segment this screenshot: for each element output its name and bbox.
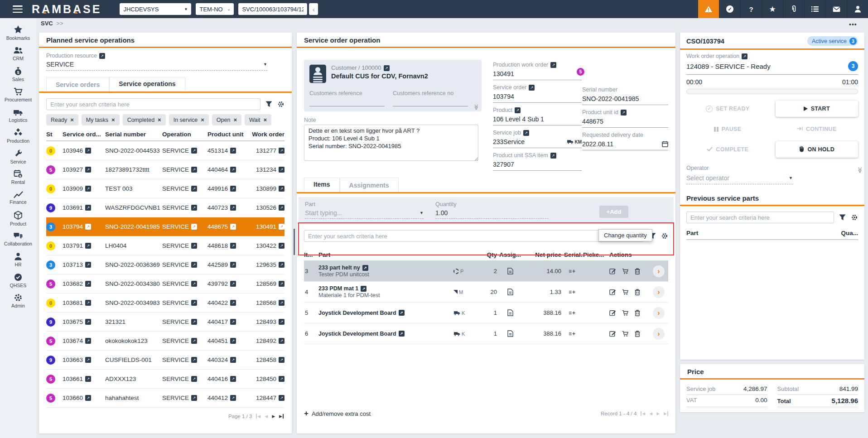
prev-page-icon[interactable]: ◀ [649, 411, 652, 416]
serial-add-icon[interactable]: ≡+ [569, 331, 576, 337]
more-menu-icon[interactable]: ••• [849, 21, 857, 28]
open-link-icon[interactable]: ↗ [191, 167, 197, 173]
last-page-icon[interactable]: ▶ [664, 411, 668, 416]
open-link-icon[interactable]: ↗ [362, 265, 368, 271]
remove-chip-icon[interactable]: × [70, 116, 74, 123]
table-row[interactable]: 5 103674↗ okokokokok123 SERVICE↗ 440451↗… [46, 332, 285, 351]
next-page-icon[interactable]: ▶ [656, 411, 660, 416]
sidebar-item-rental[interactable]: $ Rental [0, 167, 36, 188]
add-remove-extra-cost-button[interactable]: + Add/remove extra cost [304, 409, 371, 418]
open-link-icon[interactable]: ↗ [85, 376, 91, 382]
open-link-icon[interactable]: ↗ [85, 357, 91, 363]
open-link-icon[interactable]: ↗ [230, 300, 236, 306]
table-row[interactable]: 0 103909↗ TEST 003 SERVICE↗ 449916↗ 1308… [46, 179, 285, 198]
open-link-icon[interactable]: ↗ [191, 281, 197, 287]
star-icon[interactable]: ★ [762, 0, 783, 18]
settings-gear-icon[interactable] [277, 101, 285, 108]
filter-icon[interactable] [265, 101, 272, 107]
open-link-icon[interactable]: ↗ [85, 319, 91, 325]
tab-items[interactable]: Items [304, 178, 340, 192]
document-ref-input[interactable] [238, 3, 307, 15]
hamburger-menu-icon[interactable] [13, 5, 23, 13]
open-link-icon[interactable]: ↗ [361, 286, 366, 292]
table-row[interactable]: 5 103682↗ SNO-2022-0034380 SERVICE↗ 4397… [46, 274, 285, 294]
open-link-icon[interactable]: ↗ [279, 376, 285, 382]
settings-gear-icon[interactable] [851, 214, 858, 221]
filter-chip[interactable]: Wait× [245, 114, 271, 125]
open-link-icon[interactable]: ↗ [621, 110, 627, 116]
open-link-icon[interactable]: ↗ [85, 281, 91, 287]
back-button[interactable]: ‹ [309, 3, 318, 15]
note-textarea[interactable]: Dette er en tekst som ligger hvor på ART… [304, 125, 478, 161]
open-link-icon[interactable]: ↗ [191, 224, 197, 230]
open-link-icon[interactable]: ↗ [742, 53, 747, 59]
remove-chip-icon[interactable]: × [264, 116, 267, 123]
settings-gear-icon[interactable] [661, 232, 668, 240]
sidebar-item-logistics[interactable]: Logistics [0, 105, 36, 126]
open-link-icon[interactable]: ↗ [529, 85, 535, 91]
assignment-doc-icon[interactable] [507, 289, 513, 295]
item-row[interactable]: 5 Joystick Development Board↗ K 1 388.16 [304, 303, 668, 323]
table-row[interactable]: 0 103791↗ LH0404 SERVICE↗ 448618↗ 130422… [46, 236, 285, 255]
cart-icon[interactable] [622, 268, 629, 274]
open-link-icon[interactable]: ↗ [279, 395, 285, 401]
check-circle-icon[interactable]: ✓ [719, 0, 740, 18]
open-link-icon[interactable]: ↗ [230, 262, 236, 268]
open-link-icon[interactable]: ↗ [279, 224, 285, 230]
table-row[interactable]: 3 103794↗ SNO-2022-0041985 SERVICE↗ 4486… [46, 217, 285, 236]
open-link-icon[interactable]: ↗ [85, 262, 91, 268]
prev-page-icon[interactable]: ◀ [265, 414, 268, 419]
open-link-icon[interactable]: ↗ [279, 205, 285, 211]
table-row[interactable]: 9 103663↗ CUSFIELDS-001 SERVICE↗ 440324↗… [46, 351, 285, 370]
sidebar-item-bookmarks[interactable]: Bookmarks [0, 23, 36, 43]
start-button[interactable]: START [776, 101, 858, 117]
assignment-doc-icon[interactable] [507, 330, 513, 337]
open-link-icon[interactable]: ↗ [230, 376, 236, 382]
open-link-icon[interactable]: ↗ [279, 243, 285, 249]
open-link-icon[interactable]: ↗ [191, 243, 197, 249]
tab-service-orders[interactable]: Service orders [46, 77, 109, 91]
sidebar-item-procurement[interactable]: Procurement [0, 85, 36, 106]
open-link-icon[interactable]: ↗ [279, 186, 285, 192]
remove-chip-icon[interactable]: × [201, 116, 204, 123]
open-link-icon[interactable]: ↗ [279, 281, 285, 287]
open-link-icon[interactable]: ↗ [230, 148, 236, 154]
pause-button[interactable]: PAUSE [686, 121, 769, 137]
filter-chip[interactable]: Completed× [123, 114, 166, 125]
filter-icon[interactable] [839, 214, 846, 221]
tab-service-operations[interactable]: Service operations [109, 77, 185, 91]
open-link-icon[interactable]: ↗ [191, 205, 197, 211]
sidebar-item-service[interactable]: Service [0, 146, 36, 167]
complete-button[interactable]: COMPLETE [686, 141, 769, 158]
open-link-icon[interactable]: ↗ [85, 224, 91, 230]
open-link-icon[interactable]: ↗ [230, 338, 236, 344]
table-row[interactable]: 3 103713↗ SNO-2022-0036369 SERVICE↗ 4425… [46, 255, 285, 274]
open-link-icon[interactable]: ↗ [85, 395, 91, 401]
open-link-icon[interactable]: ↗ [279, 148, 285, 154]
open-link-icon[interactable]: ↗ [279, 338, 285, 344]
assignment-doc-icon[interactable] [507, 309, 513, 316]
open-link-icon[interactable]: ↗ [191, 376, 197, 382]
next-page-icon[interactable]: ▶ [272, 414, 275, 419]
remove-chip-icon[interactable]: × [158, 116, 161, 123]
table-row[interactable]: 5 103660↗ hahahahtest SERVICE↗ 440412↗ 1… [46, 389, 285, 408]
collapse-chevron-icon[interactable]: ≫ [473, 104, 480, 111]
scrollbar-thumb[interactable] [294, 229, 295, 255]
open-link-icon[interactable]: ↗ [230, 205, 236, 211]
sidebar-item-collaboration[interactable]: Collaboration [0, 229, 36, 250]
tab-assignments[interactable]: Assignments [340, 178, 399, 192]
filter-chip[interactable]: Ready× [46, 114, 78, 125]
sidebar-item-hr[interactable]: HR [0, 250, 36, 270]
open-link-icon[interactable]: ↗ [279, 319, 285, 325]
open-link-icon[interactable]: ↗ [99, 53, 105, 59]
item-row[interactable]: 4 233 PDM mat 1↗ Materiale 1 for PDM-tes… [304, 282, 668, 303]
open-link-icon[interactable]: ↗ [85, 186, 91, 192]
filter-chip[interactable]: Open× [212, 114, 241, 125]
open-row-arrow[interactable]: › [653, 265, 665, 277]
table-row[interactable]: 9 103691↗ WASZRFDGCVNB1 SERVICE↗ 440723↗… [46, 198, 285, 217]
edit-icon[interactable] [609, 309, 616, 316]
edit-icon[interactable] [609, 268, 616, 274]
open-link-icon[interactable]: ↗ [230, 357, 236, 363]
open-link-icon[interactable]: ↗ [191, 357, 197, 363]
sidebar-item-production[interactable]: Production [0, 126, 36, 147]
